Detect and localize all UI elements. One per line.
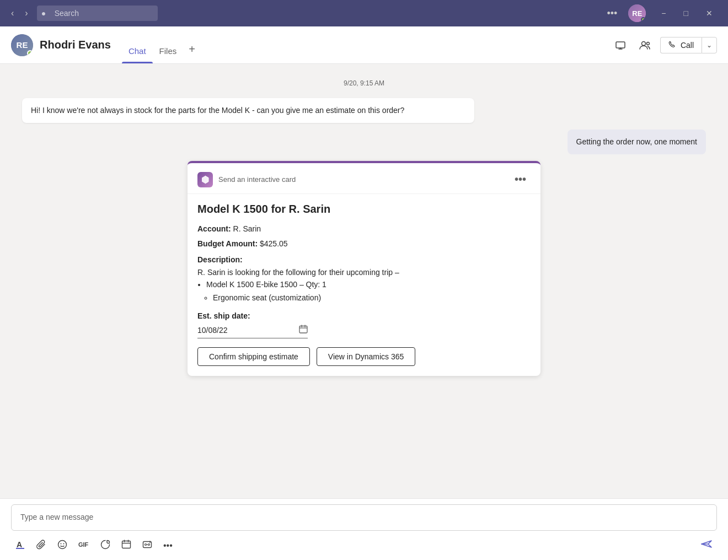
sticker-icon bbox=[100, 540, 110, 550]
account-value: R. Sarin bbox=[233, 224, 261, 233]
budget-value: $425.05 bbox=[260, 239, 288, 248]
confirm-shipping-button[interactable]: Confirm shipping estimate bbox=[197, 347, 310, 366]
card-description-label: Description: bbox=[197, 255, 531, 264]
card-header-label: Send an interactive card bbox=[218, 175, 296, 184]
account-label: Account: bbox=[197, 224, 231, 233]
message-timestamp: 9/20, 9:15 AM bbox=[22, 79, 706, 87]
svg-point-12 bbox=[145, 543, 147, 545]
svg-point-13 bbox=[148, 543, 150, 545]
message-input-placeholder: Type a new message bbox=[20, 513, 93, 521]
title-bar-right: ••• RE − □ ✕ bbox=[602, 0, 721, 26]
svg-rect-0 bbox=[616, 42, 625, 48]
contact-avatar: RE bbox=[11, 34, 33, 56]
screen-share-button[interactable] bbox=[611, 36, 630, 54]
toolbar-row: A GIF bbox=[11, 535, 717, 556]
chat-area: 9/20, 9:15 AM Hi! I know we're not alway… bbox=[0, 64, 728, 498]
header-tabs: Chat Files + bbox=[122, 26, 201, 63]
send-button[interactable] bbox=[696, 535, 717, 556]
card-bullet-list: Model K 1500 E-bike 1500 – Qty: 1 Ergono… bbox=[197, 278, 531, 305]
svg-point-8 bbox=[63, 543, 65, 544]
title-bar: ‹ › ● ••• RE − □ ✕ bbox=[0, 0, 728, 26]
chat-header: RE Rhodri Evans Chat Files + bbox=[0, 26, 728, 64]
minimize-button[interactable]: − bbox=[652, 0, 675, 26]
date-input-wrapper bbox=[197, 325, 308, 338]
more-toolbar-button[interactable]: ••• bbox=[159, 537, 177, 554]
svg-point-6 bbox=[58, 540, 67, 548]
format-text-button[interactable]: A bbox=[11, 536, 30, 555]
card-title: Model K 1500 for R. Sarin bbox=[197, 203, 531, 216]
outgoing-message-text: Getting the order now, one moment bbox=[576, 137, 697, 146]
ship-date-label: Est. ship date: bbox=[197, 311, 531, 320]
loop-button[interactable] bbox=[138, 536, 157, 555]
search-wrapper: ● bbox=[37, 6, 302, 21]
bullet-sub-item-1: Ergonomic seat (customization) bbox=[213, 292, 531, 305]
card-budget: Budget Amount: $425.05 bbox=[197, 238, 531, 250]
search-icon: ● bbox=[41, 9, 46, 18]
svg-point-7 bbox=[61, 543, 62, 544]
header-right: Call ⌄ bbox=[611, 36, 717, 54]
svg-point-2 bbox=[646, 42, 649, 45]
close-button[interactable]: ✕ bbox=[697, 0, 721, 26]
back-button[interactable]: ‹ bbox=[7, 6, 18, 20]
card-more-button[interactable]: ••• bbox=[510, 171, 531, 188]
bullet-item-1: Model K 1500 E-bike 1500 – Qty: 1 Ergono… bbox=[206, 278, 531, 305]
call-group: Call ⌄ bbox=[660, 37, 717, 53]
calendar-icon[interactable] bbox=[299, 325, 308, 336]
contact-online-dot bbox=[27, 50, 33, 56]
user-avatar-title[interactable]: RE bbox=[628, 4, 646, 22]
contact-name: Rhodri Evans bbox=[40, 39, 111, 51]
card-header-left: Send an interactive card bbox=[197, 172, 296, 187]
phone-icon bbox=[668, 41, 677, 50]
window-controls: − □ ✕ bbox=[652, 0, 721, 26]
incoming-message: Hi! I know we're not always in stock for… bbox=[22, 98, 474, 123]
more-options-button[interactable]: ••• bbox=[602, 6, 622, 21]
svg-text:A: A bbox=[17, 540, 22, 549]
send-icon bbox=[700, 539, 713, 550]
call-button[interactable]: Call bbox=[660, 37, 702, 53]
format-icon: A bbox=[15, 540, 25, 550]
interactive-card: Send an interactive card ••• Model K 150… bbox=[188, 161, 540, 376]
nav-buttons: ‹ › bbox=[7, 6, 33, 20]
svg-point-1 bbox=[641, 41, 645, 45]
tab-files[interactable]: Files bbox=[153, 46, 184, 63]
people-icon bbox=[639, 40, 651, 51]
schedule-icon bbox=[121, 540, 131, 550]
tab-chat[interactable]: Chat bbox=[122, 46, 153, 63]
ship-date-input[interactable] bbox=[197, 326, 295, 335]
schedule-button[interactable] bbox=[117, 536, 136, 555]
card-app-icon bbox=[197, 172, 213, 187]
emoji-button[interactable] bbox=[53, 536, 72, 555]
sticker-button[interactable] bbox=[96, 536, 115, 555]
people-button[interactable] bbox=[635, 36, 656, 54]
card-description-text: R. Sarin is looking for the following fo… bbox=[197, 266, 531, 278]
view-dynamics-button[interactable]: View in Dynamics 365 bbox=[317, 347, 415, 366]
search-input[interactable] bbox=[37, 6, 158, 21]
forward-button[interactable]: › bbox=[20, 6, 32, 20]
card-body: Model K 1500 for R. Sarin Account: R. Sa… bbox=[188, 194, 540, 376]
screen-share-icon bbox=[615, 40, 626, 51]
dynamics-icon bbox=[200, 175, 210, 185]
incoming-message-text: Hi! I know we're not always in stock for… bbox=[31, 106, 404, 115]
attach-button[interactable] bbox=[32, 536, 51, 555]
attach-icon bbox=[36, 540, 46, 550]
message-input[interactable]: Type a new message bbox=[11, 504, 717, 531]
card-header: Send an interactive card ••• bbox=[188, 163, 540, 194]
call-label: Call bbox=[681, 41, 694, 50]
more-toolbar-dots: ••• bbox=[163, 541, 173, 550]
svg-rect-10 bbox=[122, 541, 131, 548]
call-dropdown-button[interactable]: ⌄ bbox=[702, 37, 717, 53]
gif-icon: GIF bbox=[78, 540, 89, 550]
online-status-dot bbox=[641, 17, 646, 22]
svg-text:GIF: GIF bbox=[78, 541, 89, 548]
card-account: Account: R. Sarin bbox=[197, 223, 531, 235]
message-input-area: Type a new message A GIF bbox=[0, 498, 728, 560]
emoji-icon bbox=[57, 540, 67, 550]
card-actions: Confirm shipping estimate View in Dynami… bbox=[197, 347, 531, 366]
budget-label: Budget Amount: bbox=[197, 239, 258, 248]
loop-icon bbox=[142, 540, 152, 550]
gif-button[interactable]: GIF bbox=[74, 536, 94, 555]
svg-rect-3 bbox=[299, 326, 307, 333]
outgoing-message: Getting the order now, one moment bbox=[568, 130, 706, 154]
add-tab-button[interactable]: + bbox=[183, 43, 201, 63]
maximize-button[interactable]: □ bbox=[675, 0, 697, 26]
